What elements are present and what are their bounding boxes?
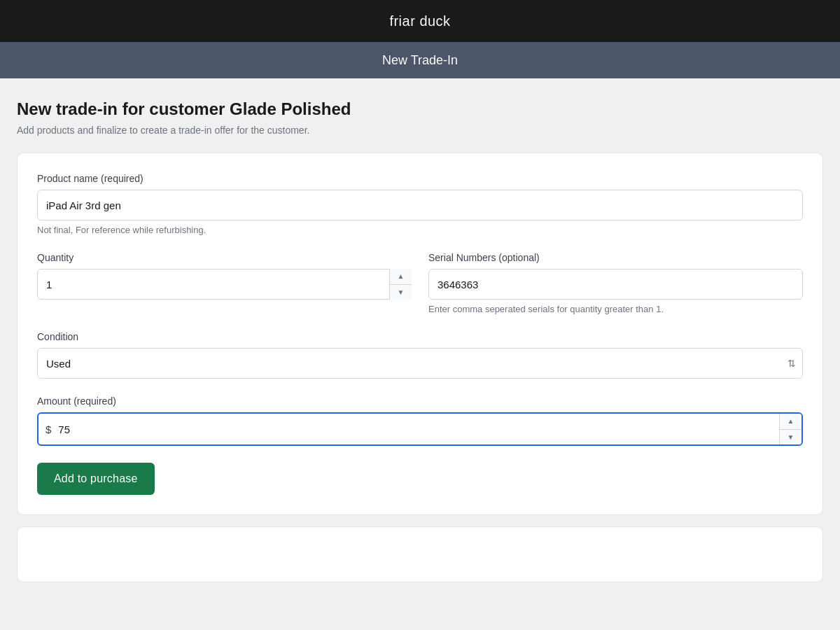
- product-name-hint: Not final, For reference while refurbish…: [37, 225, 803, 235]
- amount-increment-button[interactable]: ▲: [780, 414, 802, 430]
- chevron-down-icon: ▼: [788, 433, 794, 441]
- sub-header: New Trade-In: [0, 42, 840, 78]
- quantity-label: Quantity: [37, 252, 412, 263]
- quantity-serial-row: Quantity ▲ ▼ Serial Numbers (optional): [37, 252, 803, 314]
- main-content: New trade-in for customer Glade Polished…: [0, 78, 840, 603]
- chevron-up-icon: ▲: [398, 272, 405, 280]
- quantity-spinner-wrap: ▲ ▼: [37, 269, 412, 300]
- product-name-input[interactable]: [37, 190, 803, 220]
- quantity-increment-button[interactable]: ▲: [390, 269, 412, 285]
- second-card: [17, 526, 823, 582]
- quantity-group: Quantity ▲ ▼: [37, 252, 412, 314]
- amount-spinner-buttons: ▲ ▼: [779, 414, 802, 444]
- quantity-decrement-button[interactable]: ▼: [390, 285, 412, 300]
- trade-in-form-card: Product name (required) Not final, For r…: [17, 153, 823, 515]
- serial-numbers-hint: Enter comma seperated serials for quanti…: [428, 304, 803, 314]
- condition-select-wrap: New Used Refurbished Damaged ⇅: [37, 348, 803, 379]
- amount-label: Amount (required): [37, 396, 803, 407]
- condition-label: Condition: [37, 331, 803, 342]
- serial-numbers-input[interactable]: [428, 269, 803, 300]
- serial-numbers-group: Serial Numbers (optional) Enter comma se…: [428, 252, 803, 314]
- amount-input-wrap: $ ▲ ▼: [37, 412, 803, 446]
- condition-select[interactable]: New Used Refurbished Damaged: [37, 348, 803, 379]
- condition-group: Condition New Used Refurbished Damaged ⇅: [37, 331, 803, 379]
- product-name-label: Product name (required): [37, 173, 803, 184]
- add-to-purchase-button[interactable]: Add to purchase: [37, 463, 155, 495]
- quantity-input[interactable]: [37, 269, 412, 300]
- chevron-down-icon: ▼: [398, 288, 405, 296]
- page-title: New trade-in for customer Glade Polished: [17, 99, 823, 119]
- top-nav: friar duck: [0, 0, 840, 42]
- quantity-spinner-buttons: ▲ ▼: [389, 269, 412, 300]
- serial-numbers-label: Serial Numbers (optional): [428, 252, 803, 263]
- amount-prefix: $: [38, 424, 58, 435]
- product-name-group: Product name (required) Not final, For r…: [37, 173, 803, 235]
- amount-input[interactable]: [58, 414, 779, 444]
- amount-group: Amount (required) $ ▲ ▼: [37, 396, 803, 446]
- app-title: friar duck: [389, 13, 450, 29]
- page-subtitle: Add products and finalize to create a tr…: [17, 125, 823, 136]
- page-header: New Trade-In: [382, 53, 458, 68]
- amount-decrement-button[interactable]: ▼: [780, 430, 802, 445]
- chevron-up-icon: ▲: [788, 417, 794, 425]
